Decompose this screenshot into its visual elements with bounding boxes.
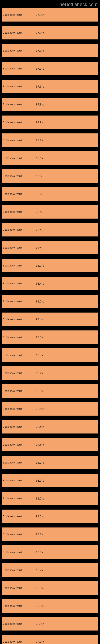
- bar-value: 98.6%: [36, 443, 44, 446]
- bar-label: Bottleneck result: [3, 264, 22, 267]
- bar-label-area: Bottleneck result: [2, 599, 33, 612]
- bar-value: 98.2%: [36, 300, 44, 303]
- bar-label: Bottleneck result: [3, 49, 22, 52]
- bar-row: Bottleneck result98.4%: [0, 312, 100, 326]
- bar-value: 97.9%: [36, 156, 44, 160]
- bar-row: Bottleneck result97.9%: [0, 44, 100, 57]
- bar-fill: Bottleneck result97.9%: [2, 151, 98, 165]
- bar-label-area: Bottleneck result: [2, 474, 33, 487]
- bar-value-area: 97.9%: [33, 116, 98, 129]
- bar-label-area: Bottleneck result: [2, 26, 33, 40]
- bar-label-area: Bottleneck result: [2, 617, 33, 630]
- bar-value-area: 98.7%: [33, 563, 98, 577]
- bar-fill: Bottleneck result98%: [2, 169, 98, 183]
- bar-value: 98%: [36, 192, 42, 196]
- bar-fill: Bottleneck result98.2%: [2, 259, 98, 272]
- bar-value: 98.2%: [36, 264, 44, 267]
- bar-row: Bottleneck result98%: [0, 205, 100, 218]
- bar-value-area: 97.9%: [33, 62, 98, 75]
- bar-value: 98%: [36, 228, 42, 232]
- bar-value-area: 98.4%: [33, 420, 98, 434]
- bar-label: Bottleneck result: [3, 210, 22, 213]
- bar-fill: Bottleneck result98%: [2, 205, 98, 218]
- bar-value-area: 98%: [33, 241, 98, 254]
- bar-label: Bottleneck result: [3, 192, 22, 196]
- bar-label-area: Bottleneck result: [2, 98, 33, 111]
- bar-value-area: 98.2%: [33, 295, 98, 308]
- bar-value: 98.7%: [36, 461, 44, 464]
- bar-value: 98.7%: [36, 479, 44, 482]
- bar-row: Bottleneck result97.9%: [0, 62, 100, 75]
- bar-value-area: 98.4%: [33, 348, 98, 362]
- bar-fill: Bottleneck result98.2%: [2, 295, 98, 308]
- bar-row: Bottleneck result97.9%: [0, 80, 100, 93]
- bar-value: 98%: [36, 174, 42, 178]
- bar-label-area: Bottleneck result: [2, 635, 33, 644]
- bar-row: Bottleneck result98.4%: [0, 366, 100, 380]
- bar-label: Bottleneck result: [3, 443, 22, 446]
- bar-label: Bottleneck result: [3, 336, 22, 339]
- bar-label-area: Bottleneck result: [2, 438, 33, 452]
- bar-label-area: Bottleneck result: [2, 62, 33, 75]
- bar-label: Bottleneck result: [3, 282, 22, 285]
- bar-label: Bottleneck result: [3, 550, 22, 554]
- bar-label-area: Bottleneck result: [2, 581, 33, 595]
- bar-label-area: Bottleneck result: [2, 205, 33, 218]
- bar-label-area: Bottleneck result: [2, 44, 33, 57]
- bar-row: Bottleneck result98.7%: [0, 528, 100, 541]
- bar-label: Bottleneck result: [3, 425, 22, 428]
- bar-row: Bottleneck result98.6%: [0, 510, 100, 523]
- bar-row: Bottleneck result98.5%: [0, 402, 100, 416]
- bar-label: Bottleneck result: [3, 479, 22, 482]
- bar-label-area: Bottleneck result: [2, 384, 33, 398]
- bar-value-area: 97.9%: [33, 80, 98, 93]
- bar-value-area: 98.8%: [33, 599, 98, 612]
- bar-fill: Bottleneck result97.9%: [2, 62, 98, 75]
- bar-value-area: 97.9%: [33, 98, 98, 111]
- site-name: TheBottleneck.com: [57, 2, 98, 7]
- bar-value: 97.9%: [36, 121, 44, 124]
- bar-value-area: 98.4%: [33, 366, 98, 380]
- bar-label-area: Bottleneck result: [2, 8, 33, 22]
- bar-value: 98.7%: [36, 568, 44, 572]
- bar-label-area: Bottleneck result: [2, 187, 33, 201]
- bar-row: Bottleneck result98.8%: [0, 581, 100, 595]
- bar-value-area: 98.5%: [33, 402, 98, 416]
- bar-label: Bottleneck result: [3, 85, 22, 88]
- bar-value: 98.3%: [36, 390, 44, 393]
- bar-fill: Bottleneck result98.7%: [2, 563, 98, 577]
- bar-label-area: Bottleneck result: [2, 169, 33, 183]
- bar-row: Bottleneck result98%: [0, 187, 100, 201]
- bar-fill: Bottleneck result98.4%: [2, 312, 98, 326]
- bar-fill: Bottleneck result98.7%: [2, 474, 98, 487]
- bar-fill: Bottleneck result97.9%: [2, 134, 98, 147]
- bar-row: Bottleneck result97.9%: [0, 8, 100, 22]
- bar-value-area: 98.7%: [33, 492, 98, 505]
- site-header: TheBottleneck.com: [0, 0, 100, 8]
- bar-row: Bottleneck result98.2%: [0, 295, 100, 308]
- bar-value-area: 97.9%: [33, 134, 98, 147]
- bar-value-area: 98%: [33, 223, 98, 236]
- bar-fill: Bottleneck result97.9%: [2, 8, 98, 22]
- bar-value: 98.7%: [36, 640, 44, 644]
- bar-fill: Bottleneck result97.9%: [2, 80, 98, 93]
- bar-row: Bottleneck result98.7%: [0, 456, 100, 469]
- bar-row: Bottleneck result98.7%: [0, 474, 100, 487]
- bar-value: 98.5%: [36, 407, 44, 410]
- bar-value-area: 98.3%: [33, 384, 98, 398]
- bar-fill: Bottleneck result98.6%: [2, 510, 98, 523]
- bar-label-area: Bottleneck result: [2, 563, 33, 577]
- bar-value: 98.8%: [36, 550, 44, 554]
- bar-label-area: Bottleneck result: [2, 402, 33, 416]
- bar-value-area: 98.8%: [33, 546, 98, 559]
- bar-label-area: Bottleneck result: [2, 80, 33, 93]
- bar-row: Bottleneck result98.4%: [0, 420, 100, 434]
- bar-label: Bottleneck result: [3, 139, 22, 142]
- bar-label: Bottleneck result: [3, 13, 22, 16]
- bar-label-area: Bottleneck result: [2, 492, 33, 505]
- bar-fill: Bottleneck result98.5%: [2, 330, 98, 344]
- bar-value: 98.4%: [36, 354, 44, 357]
- bar-value: 98.7%: [36, 533, 44, 536]
- bar-value-area: 98%: [33, 169, 98, 183]
- bar-label-area: Bottleneck result: [2, 546, 33, 559]
